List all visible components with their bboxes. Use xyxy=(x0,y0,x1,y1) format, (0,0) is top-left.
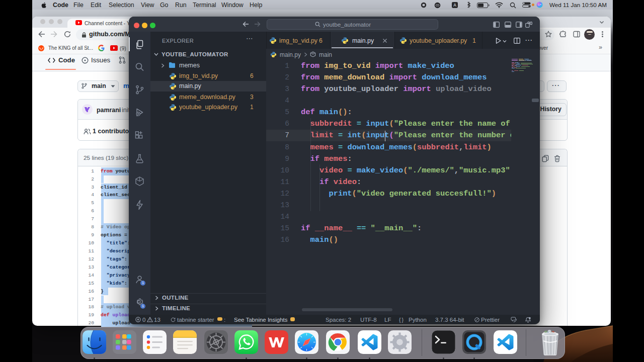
svg-text:A: A xyxy=(453,3,456,8)
